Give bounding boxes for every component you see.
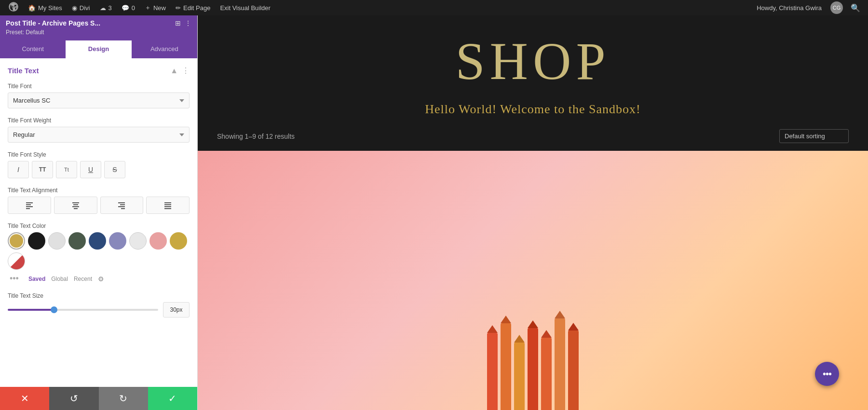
comments-menu[interactable]: 💬 0 bbox=[117, 0, 140, 15]
color-picker-area: ••• Saved Global Recent ⚙ bbox=[8, 232, 190, 284]
tab-content[interactable]: Content bbox=[0, 40, 66, 58]
my-sites-menu[interactable]: 🏠 My Sites bbox=[23, 0, 67, 15]
svg-rect-11 bbox=[118, 206, 125, 207]
save-button[interactable]: ✓ bbox=[148, 387, 197, 410]
color-more-dots[interactable]: ••• bbox=[8, 274, 21, 284]
underline-btn[interactable]: U bbox=[80, 161, 101, 178]
results-text: Showing 1–9 of 12 results bbox=[217, 132, 295, 140]
title-color-label: Title Text Color bbox=[8, 223, 190, 229]
title-size-value[interactable]: 30px bbox=[163, 302, 190, 317]
align-center-btn[interactable] bbox=[54, 197, 97, 214]
alignment-buttons bbox=[8, 197, 190, 214]
sort-select[interactable]: Default sorting Sort by popularity Sort … bbox=[779, 129, 849, 143]
color-tab-global[interactable]: Global bbox=[51, 276, 68, 282]
svg-rect-13 bbox=[164, 202, 171, 203]
pencil-2 bbox=[501, 323, 511, 410]
tab-advanced[interactable]: Advanced bbox=[132, 40, 197, 58]
floating-action-button[interactable]: ••• bbox=[815, 362, 839, 386]
title-font-weight-group: Title Font Weight Regular Bold Light bbox=[8, 117, 190, 143]
layout-icon[interactable]: ⊞ bbox=[175, 19, 181, 27]
color-tabs: Saved Global Recent ⚙ bbox=[28, 275, 104, 283]
color-swatch-lightred[interactable] bbox=[149, 232, 167, 250]
wp-logo-icon[interactable] bbox=[4, 2, 23, 14]
home-icon: 🏠 bbox=[28, 4, 36, 12]
preset-label[interactable]: Preset: Default bbox=[6, 29, 191, 36]
uppercase-btn[interactable]: TT bbox=[32, 161, 53, 178]
edit-page-button[interactable]: ✏ Edit Page bbox=[171, 0, 215, 15]
title-size-label: Title Text Size bbox=[8, 292, 190, 299]
svg-rect-14 bbox=[164, 204, 171, 205]
color-swatch-lightgray[interactable] bbox=[48, 232, 66, 250]
color-swatch-darkblue[interactable] bbox=[89, 232, 106, 250]
admin-search-icon[interactable]: 🔍 bbox=[847, 3, 864, 13]
svg-rect-8 bbox=[74, 208, 78, 209]
svg-rect-4 bbox=[26, 208, 30, 209]
align-justify-btn[interactable] bbox=[146, 197, 190, 214]
products-background bbox=[198, 151, 868, 410]
collapse-icon[interactable]: ▲ bbox=[170, 66, 178, 75]
title-font-style-group: Title Font Style I TT Tt U S bbox=[8, 151, 190, 178]
title-color-group: Title Text Color bbox=[8, 223, 190, 284]
capitalize-btn[interactable]: Tt bbox=[56, 161, 77, 178]
cancel-button[interactable]: ✕ bbox=[0, 387, 49, 410]
color-swatch-offwhite[interactable] bbox=[129, 232, 147, 250]
section-menu-icon[interactable]: ⋮ bbox=[182, 66, 190, 75]
new-menu[interactable]: ＋ New bbox=[140, 0, 171, 15]
panel-header-icons: ⊞ ⋮ bbox=[175, 19, 191, 27]
panel-title: Post Title - Archive Pages S... bbox=[6, 19, 100, 27]
align-left-btn[interactable] bbox=[8, 197, 51, 214]
title-font-label: Title Font bbox=[8, 83, 190, 90]
strikethrough-btn[interactable]: S bbox=[104, 161, 125, 178]
color-tab-saved[interactable]: Saved bbox=[28, 276, 45, 282]
pencil-1 bbox=[487, 333, 498, 410]
color-tab-recent[interactable]: Recent bbox=[74, 276, 92, 282]
size-slider-row: 30px bbox=[8, 302, 190, 317]
preview-area: SHOP Hello World! Welcome to the Sandbox… bbox=[198, 15, 868, 410]
svg-rect-7 bbox=[72, 206, 79, 207]
svg-rect-12 bbox=[121, 208, 125, 209]
title-size-slider[interactable] bbox=[8, 309, 158, 311]
pencils-container bbox=[487, 318, 579, 410]
exit-visual-builder-button[interactable]: Exit Visual Builder bbox=[215, 0, 275, 15]
color-swatch-black[interactable] bbox=[28, 232, 45, 250]
color-settings-icon[interactable]: ⚙ bbox=[98, 275, 104, 283]
align-right-btn[interactable] bbox=[100, 197, 144, 214]
cloud-menu[interactable]: ☁ 3 bbox=[95, 0, 117, 15]
cloud-icon: ☁ bbox=[100, 4, 106, 12]
user-howdy[interactable]: Howdy, Christina Gwira bbox=[752, 0, 827, 15]
tab-design[interactable]: Design bbox=[66, 40, 131, 58]
undo-button[interactable]: ↺ bbox=[49, 387, 98, 410]
section-header: Title Text ▲ ⋮ bbox=[8, 66, 190, 75]
shop-subtitle: Hello World! Welcome to the Sandbox! bbox=[425, 102, 641, 117]
title-font-group: Title Font Marcellus SC Arial Georgia bbox=[8, 83, 190, 108]
color-swatch-golden[interactable] bbox=[8, 232, 25, 250]
pencil-7 bbox=[568, 331, 579, 410]
shop-title: SHOP bbox=[455, 35, 610, 88]
svg-rect-5 bbox=[72, 202, 79, 203]
color-swatch-purplegray[interactable] bbox=[109, 232, 126, 250]
redo-button[interactable]: ↻ bbox=[99, 387, 148, 410]
color-swatch-red[interactable] bbox=[8, 252, 25, 270]
comment-icon: 💬 bbox=[122, 4, 129, 12]
color-swatches bbox=[8, 232, 190, 270]
main-layout: Post Title - Archive Pages S... ⊞ ⋮ Pres… bbox=[0, 15, 868, 410]
pencil-icon: ✏ bbox=[176, 4, 181, 12]
title-size-group: Title Text Size 30px bbox=[8, 292, 190, 317]
more-options-icon[interactable]: ⋮ bbox=[185, 19, 191, 27]
svg-rect-3 bbox=[26, 206, 33, 207]
avatar[interactable]: CG bbox=[830, 1, 843, 14]
divi-menu[interactable]: ◉ Divi bbox=[67, 0, 95, 15]
title-font-select[interactable]: Marcellus SC Arial Georgia bbox=[8, 93, 190, 108]
font-style-buttons: I TT Tt U S bbox=[8, 161, 190, 178]
svg-rect-10 bbox=[120, 204, 125, 205]
italic-btn[interactable]: I bbox=[8, 161, 29, 178]
floating-btn-dots: ••• bbox=[823, 369, 831, 380]
title-font-weight-select[interactable]: Regular Bold Light bbox=[8, 127, 190, 143]
title-font-weight-label: Title Font Weight bbox=[8, 117, 190, 124]
panel-bottom-buttons: ✕ ↺ ↻ ✓ bbox=[0, 387, 197, 410]
color-swatch-darkgreen[interactable] bbox=[68, 232, 86, 250]
title-alignment-label: Title Text Alignment bbox=[8, 187, 190, 194]
svg-rect-9 bbox=[118, 202, 125, 203]
products-preview: ••• bbox=[198, 151, 868, 410]
color-swatch-gold2[interactable] bbox=[170, 232, 187, 250]
